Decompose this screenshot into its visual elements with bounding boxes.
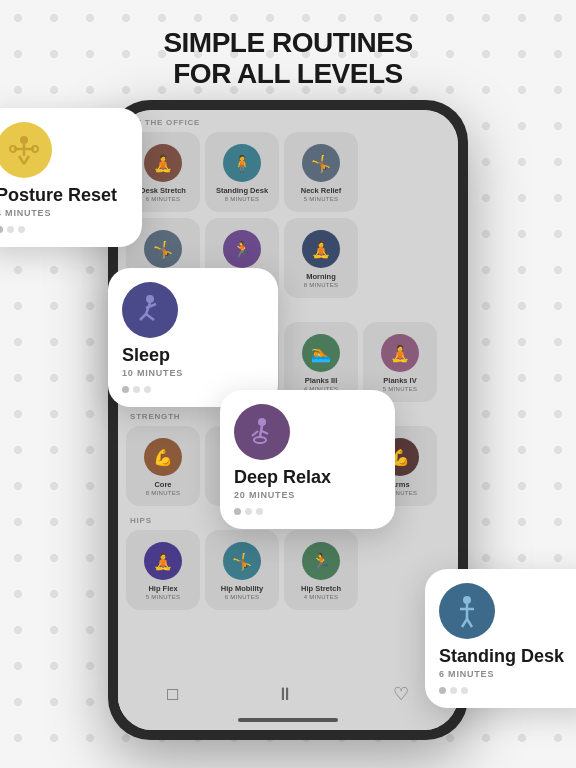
grid-row-hips: 🧘 Hip Flex 5 MINUTES 🤸 Hip Mobility 6 MI… [118, 528, 458, 612]
routine-icon: 💪 [144, 438, 182, 476]
svg-point-7 [146, 295, 154, 303]
popup-sleep-duration: 10 MINUTES [122, 368, 183, 378]
dot [0, 226, 3, 233]
routine-icon: 🤸 [144, 230, 182, 268]
popup-posture-duration: 4 MINUTES [0, 208, 51, 218]
routine-icon: 🧘 [381, 334, 419, 372]
routine-icon: 🧘 [302, 230, 340, 268]
dot [439, 687, 446, 694]
svg-point-3 [10, 146, 16, 152]
dot [234, 508, 241, 515]
svg-line-5 [19, 156, 24, 164]
header-title-line1: SIMPLE ROUTINES [163, 28, 412, 59]
popup-sleep-title: Sleep [122, 346, 170, 366]
popup-sleep-icon [122, 282, 178, 338]
svg-point-0 [20, 136, 28, 144]
dot [122, 386, 129, 393]
popup-deeprelax-icon [234, 404, 290, 460]
tab-fav-icon[interactable]: ♡ [393, 683, 409, 705]
dot [256, 508, 263, 515]
popup-posture-icon [0, 122, 52, 178]
list-item[interactable]: 🧘 Hip Flex 5 MINUTES [126, 530, 200, 610]
svg-point-12 [258, 418, 266, 426]
svg-line-11 [146, 304, 156, 308]
routine-duration: 8 MINUTES [304, 282, 339, 288]
popup-standingdesk-icon [439, 583, 495, 639]
dot [245, 508, 252, 515]
popup-standingdesk-dots [439, 687, 468, 694]
routine-name: Hip Mobility [221, 584, 264, 593]
header: SIMPLE ROUTINES FOR ALL LEVELS [163, 28, 412, 90]
popup-standingdesk-duration: 6 MINUTES [439, 669, 494, 679]
svg-point-14 [254, 437, 266, 443]
routine-icon: 🧘 [144, 144, 182, 182]
routine-icon: 🏊 [302, 334, 340, 372]
list-item[interactable]: 💪 Core 8 MINUTES [126, 426, 200, 506]
routine-name: Core [154, 480, 171, 489]
svg-line-21 [467, 619, 472, 627]
routine-name: Planks IV [383, 376, 416, 385]
routine-icon: 🏃 [302, 542, 340, 580]
routine-duration: 5 MINUTES [146, 594, 181, 600]
routine-duration: 6 MINUTES [225, 594, 260, 600]
svg-line-15 [252, 431, 258, 436]
popup-sleep[interactable]: Sleep 10 MINUTES [108, 268, 278, 407]
popup-posture-reset[interactable]: Posture Reset 4 MINUTES [0, 108, 142, 247]
dot [461, 687, 468, 694]
routine-duration: 8 MINUTES [146, 490, 181, 496]
tab-home-icon[interactable]: □ [167, 684, 178, 705]
tab-chart-icon[interactable]: ⏸ [276, 684, 294, 705]
svg-point-17 [463, 596, 471, 604]
popup-standingdesk-inner: Standing Desk 6 MINUTES [425, 569, 576, 708]
popup-standing-desk[interactable]: Standing Desk 6 MINUTES [425, 569, 576, 708]
section-label-office: AT THE OFFICE [118, 112, 458, 130]
svg-line-20 [462, 619, 467, 627]
popup-posture-dots [0, 226, 25, 233]
popup-deeprelax-inner: Deep Relax 20 MINUTES [220, 390, 349, 529]
grid-row-office: 🧘 Desk Stretch 6 MINUTES 🧍 Standing Desk… [118, 130, 458, 214]
bottom-tab-bar: □ ⏸ ♡ [118, 674, 458, 714]
header-title-line2: FOR ALL LEVELS [163, 59, 412, 90]
dot [144, 386, 151, 393]
svg-line-10 [146, 314, 154, 320]
routine-duration: 8 MINUTES [225, 196, 260, 202]
routine-name: Planks III [305, 376, 338, 385]
popup-deeprelax-dots [234, 508, 263, 515]
routine-duration: 5 MINUTES [304, 196, 339, 202]
svg-point-4 [32, 146, 38, 152]
routine-name: Neck Relief [301, 186, 341, 195]
routine-name: Standing Desk [216, 186, 268, 195]
routine-icon: 🤸 [302, 144, 340, 182]
svg-line-9 [140, 314, 146, 320]
list-item[interactable]: 🧍 Standing Desk 8 MINUTES [205, 132, 279, 212]
routine-name: Hip Stretch [301, 584, 341, 593]
section-at-the-office: AT THE OFFICE 🧘 Desk Stretch 6 MINUTES 🧍… [118, 112, 458, 214]
routine-duration: 5 MINUTES [383, 386, 418, 392]
popup-deeprelax-title: Deep Relax [234, 468, 331, 488]
routine-icon: 🤸 [223, 542, 261, 580]
svg-line-16 [262, 431, 268, 434]
popup-posture-inner: Posture Reset 4 MINUTES [0, 108, 135, 247]
popup-posture-title: Posture Reset [0, 186, 117, 206]
routine-name: Hip Flex [148, 584, 177, 593]
popup-deeprelax-duration: 20 MINUTES [234, 490, 295, 500]
popup-deep-relax[interactable]: Deep Relax 20 MINUTES [220, 390, 395, 529]
list-item[interactable]: 🤸 Neck Relief 5 MINUTES [284, 132, 358, 212]
popup-sleep-dots [122, 386, 151, 393]
routine-icon: 🧘 [144, 542, 182, 580]
dot [450, 687, 457, 694]
popup-sleep-inner: Sleep 10 MINUTES [108, 268, 201, 407]
routine-duration: 4 MINUTES [304, 594, 339, 600]
routine-icon: 🏃 [223, 230, 261, 268]
svg-line-6 [24, 156, 29, 164]
list-item[interactable]: 🤸 Hip Mobility 6 MINUTES [205, 530, 279, 610]
list-item[interactable]: 🧘 Morning 8 MINUTES [284, 218, 358, 298]
routine-name: Desk Stretch [140, 186, 186, 195]
routine-name: Morning [306, 272, 336, 281]
dot [18, 226, 25, 233]
dot [133, 386, 140, 393]
dot [7, 226, 14, 233]
popup-standingdesk-title: Standing Desk [439, 647, 564, 667]
routine-duration: 6 MINUTES [146, 196, 181, 202]
list-item[interactable]: 🏃 Hip Stretch 4 MINUTES [284, 530, 358, 610]
